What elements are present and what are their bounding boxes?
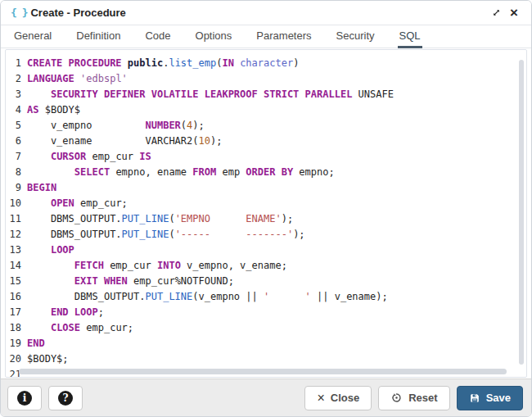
- titlebar: { } Create - Procedure ×: [1, 1, 531, 25]
- code-text: LOOP: [27, 242, 74, 258]
- tab-security[interactable]: Security: [335, 25, 376, 48]
- line-number: 1: [6, 56, 27, 71]
- code-line: 18 CLOSE emp_cur;: [6, 320, 526, 336]
- close-icon: ×: [510, 6, 518, 20]
- help-button[interactable]: ?: [48, 386, 83, 410]
- close-button-label: Close: [331, 392, 359, 404]
- close-button[interactable]: × Close: [304, 386, 372, 410]
- info-button[interactable]: i: [7, 386, 42, 410]
- tab-parameters[interactable]: Parameters: [255, 25, 313, 48]
- save-button-label: Save: [486, 392, 511, 404]
- tab-options[interactable]: Options: [194, 25, 234, 48]
- code-text: BEGIN: [27, 180, 56, 196]
- procedure-braces-icon: { }: [11, 7, 27, 19]
- code-line: 14 FETCH emp_cur INTO v_empno, v_ename;: [6, 258, 526, 274]
- code-text: $BODY$;: [27, 351, 69, 367]
- tab-definition[interactable]: Definition: [74, 25, 122, 48]
- code-text: v_empno NUMBER(4);: [27, 118, 205, 134]
- code-line: 16 DBMS_OUTPUT.PUT_LINE(v_empno || ' ' |…: [6, 289, 526, 305]
- code-line: 6 v_ename VARCHAR2(10);: [6, 134, 526, 149]
- line-number: 17: [6, 305, 27, 320]
- reset-button-label: Reset: [408, 392, 437, 404]
- code-line: 1CREATE PROCEDURE public.list_emp(IN cha…: [6, 56, 526, 71]
- code-text: AS $BODY$: [27, 102, 80, 118]
- line-number: 2: [6, 71, 27, 87]
- code-text: END LOOP;: [27, 305, 104, 320]
- code-line: 10 OPEN emp_cur;: [6, 196, 526, 211]
- code-line: 11 DBMS_OUTPUT.PUT_LINE('EMPNO ENAME');: [6, 211, 526, 227]
- code-text: SECURITY DEFINER VOLATILE LEAKPROOF STRI…: [27, 87, 394, 102]
- code-line: 3 SECURITY DEFINER VOLATILE LEAKPROOF ST…: [6, 87, 526, 102]
- line-number: 12: [6, 227, 27, 242]
- code-text: END: [27, 336, 45, 351]
- info-icon: i: [17, 391, 32, 406]
- code-text: DBMS_OUTPUT.PUT_LINE('----- -------');: [27, 227, 305, 242]
- code-line: 4AS $BODY$: [6, 102, 526, 118]
- line-number: 18: [6, 320, 27, 336]
- help-icon: ?: [58, 391, 73, 406]
- tab-sql[interactable]: SQL: [398, 25, 422, 48]
- line-number: 9: [6, 180, 27, 196]
- code-text: OPEN emp_cur;: [27, 196, 128, 211]
- code-lines: 1CREATE PROCEDURE public.list_emp(IN cha…: [6, 56, 526, 378]
- dialog-footer: i ? × Close Reset Save: [1, 378, 531, 416]
- code-line: 7 CURSOR emp_cur IS: [6, 149, 526, 165]
- line-number: 14: [6, 258, 27, 274]
- close-x-icon: ×: [317, 392, 324, 405]
- vertical-scrollbar[interactable]: [519, 60, 524, 365]
- create-procedure-dialog: { } Create - Procedure × GeneralDefiniti…: [0, 0, 532, 417]
- dialog-title: Create - Procedure: [30, 7, 125, 19]
- code-text: CREATE PROCEDURE public.list_emp(IN char…: [27, 56, 299, 71]
- reset-button[interactable]: Reset: [378, 386, 449, 410]
- code-text: DBMS_OUTPUT.PUT_LINE(v_empno || ' ' || v…: [27, 289, 388, 305]
- save-button[interactable]: Save: [457, 386, 523, 410]
- maximize-button[interactable]: [487, 4, 505, 22]
- code-text: v_ename VARCHAR2(10);: [27, 134, 222, 149]
- code-text: CLOSE emp_cur;: [27, 320, 133, 336]
- expand-diagonal-icon: [491, 7, 502, 18]
- reset-icon: [390, 392, 403, 404]
- code-line: 2LANGUAGE 'edbspl': [6, 71, 526, 87]
- code-text: CURSOR emp_cur IS: [27, 149, 151, 165]
- line-number: 19: [6, 336, 27, 351]
- code-line: 12 DBMS_OUTPUT.PUT_LINE('----- -------')…: [6, 227, 526, 242]
- dialog-tabbar: GeneralDefinitionCodeOptionsParametersSe…: [1, 25, 531, 48]
- code-text: LANGUAGE 'edbspl': [27, 71, 128, 87]
- horizontal-scrollbar[interactable]: [19, 369, 507, 374]
- line-number: 5: [6, 118, 27, 134]
- code-line: 8 SELECT empno, ename FROM emp ORDER BY …: [6, 165, 526, 180]
- line-number: 15: [6, 274, 27, 289]
- code-line: 5 v_empno NUMBER(4);: [6, 118, 526, 134]
- code-line: 15 EXIT WHEN emp_cur%NOTFOUND;: [6, 274, 526, 289]
- save-floppy-icon: [469, 392, 480, 404]
- line-number: 3: [6, 87, 27, 102]
- line-number: 6: [6, 134, 27, 149]
- code-text: FETCH emp_cur INTO v_empno, v_ename;: [27, 258, 287, 274]
- line-number: 20: [6, 351, 27, 367]
- line-number: 4: [6, 102, 27, 118]
- code-line: 20$BODY$;: [6, 351, 526, 367]
- code-text: SELECT empno, ename FROM emp ORDER BY em…: [27, 165, 335, 180]
- line-number: 8: [6, 165, 27, 180]
- code-text: EXIT WHEN emp_cur%NOTFOUND;: [27, 274, 234, 289]
- tab-code[interactable]: Code: [143, 25, 172, 48]
- tab-general[interactable]: General: [12, 25, 53, 48]
- code-line: 13 LOOP: [6, 242, 526, 258]
- close-dialog-button[interactable]: ×: [505, 4, 523, 22]
- sql-code-editor[interactable]: 1CREATE PROCEDURE public.list_emp(IN cha…: [5, 49, 527, 378]
- line-number: 7: [6, 149, 27, 165]
- code-line: 19END: [6, 336, 526, 351]
- code-line: 17 END LOOP;: [6, 305, 526, 320]
- code-line: 9BEGIN: [6, 180, 526, 196]
- line-number: 10: [6, 196, 27, 211]
- line-number: 13: [6, 242, 27, 258]
- line-number: 11: [6, 211, 27, 227]
- line-number: 16: [6, 289, 27, 305]
- code-text: DBMS_OUTPUT.PUT_LINE('EMPNO ENAME');: [27, 211, 293, 227]
